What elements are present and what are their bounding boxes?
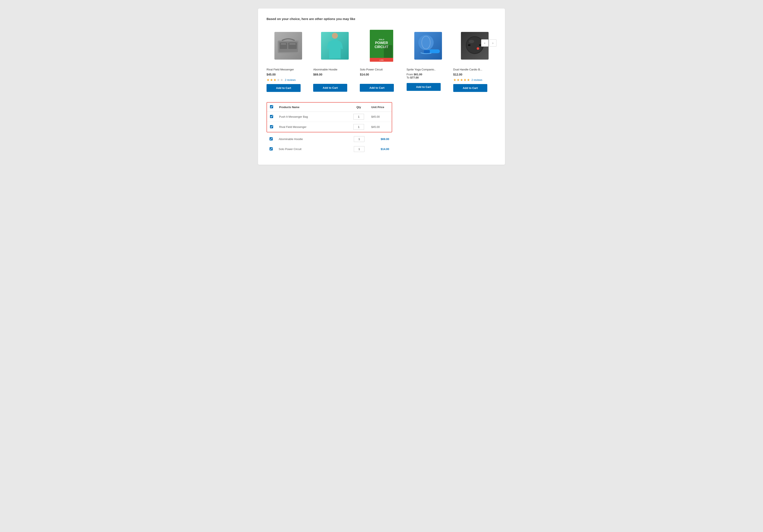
svg-point-7 bbox=[418, 35, 434, 50]
product-image-wrap: SOLOPOWERCIRCUIT LUMA bbox=[360, 27, 403, 65]
header-check bbox=[267, 103, 276, 112]
highlighted-table-wrapper: Products Name Qty Unit Price Push It Mes… bbox=[267, 102, 392, 133]
svg-rect-13 bbox=[468, 44, 471, 46]
row-check-hoodie bbox=[267, 134, 276, 144]
table-row-solo-power-circuit: Solo Power Circuit $14.00 bbox=[267, 144, 392, 154]
star-2: ★ bbox=[457, 78, 460, 82]
product-image-rival-field-messenger bbox=[274, 32, 302, 59]
add-to-cart-dual-handle-cardio[interactable]: Add to Cart bbox=[453, 84, 487, 92]
table-row-abominable-hoodie: Abominable Hoodie $69.00 bbox=[267, 134, 392, 144]
star-1: ★ bbox=[453, 78, 456, 82]
checkbox-push-it[interactable] bbox=[270, 115, 273, 118]
product-image-abominable-hoodie bbox=[321, 32, 349, 59]
add-to-cart-abominable-hoodie[interactable]: Add to Cart bbox=[313, 84, 347, 92]
product-name-solo-power-circuit: Solo Power Circuit bbox=[360, 68, 403, 71]
carousel-prev-button[interactable]: ‹ bbox=[481, 40, 489, 46]
products-table: Products Name Qty Unit Price Push It Mes… bbox=[267, 103, 392, 132]
table-row-rival-field-messenger: Rival Field Messenger $45.00 bbox=[267, 122, 392, 132]
product-image-wrap bbox=[267, 27, 310, 65]
svg-rect-5 bbox=[289, 44, 296, 44]
qty-input-push-it[interactable] bbox=[353, 114, 364, 120]
star-2: ★ bbox=[270, 78, 273, 82]
svg-rect-2 bbox=[280, 43, 287, 49]
row-qty-hoodie bbox=[350, 134, 369, 144]
qty-input-solo[interactable] bbox=[354, 146, 365, 152]
product-rating-rival-field-messenger: ★ ★ ★ ★ ★ 2 reviews bbox=[267, 78, 310, 82]
row-name-push-it: Push It Messenger Bag bbox=[276, 112, 349, 122]
row-check-rival-field bbox=[267, 122, 276, 132]
svg-rect-4 bbox=[281, 44, 286, 44]
add-to-cart-sprite-yoga[interactable]: Add to Cart bbox=[407, 83, 441, 91]
reviews-link-dual-handle-cardio[interactable]: 2 reviews bbox=[472, 78, 483, 81]
checkbox-abominable-hoodie[interactable] bbox=[270, 137, 273, 140]
star-3: ★ bbox=[273, 78, 276, 82]
qty-input-hoodie[interactable] bbox=[354, 136, 365, 142]
header-product-name: Products Name bbox=[276, 103, 349, 112]
star-1: ★ bbox=[267, 78, 270, 82]
product-image-wrap bbox=[407, 27, 450, 65]
svg-rect-3 bbox=[288, 43, 297, 49]
add-to-cart-solo-power-circuit[interactable]: Add to Cart bbox=[360, 84, 394, 92]
select-all-checkbox[interactable] bbox=[270, 105, 273, 108]
table-header-row: Products Name Qty Unit Price bbox=[267, 103, 392, 112]
star-4: ★ bbox=[277, 78, 280, 82]
product-price-dual-handle-cardio: $12.00 bbox=[453, 73, 496, 76]
row-name-hoodie: Abominable Hoodie bbox=[276, 134, 350, 144]
main-card: Based on your choice, here are other opt… bbox=[258, 9, 505, 165]
product-name-dual-handle-cardio: Dual Handle Cardio B... bbox=[453, 68, 496, 71]
product-name-abominable-hoodie: Abominable Hoodie bbox=[313, 68, 356, 71]
product-image-solo-power-circuit: SOLOPOWERCIRCUIT LUMA bbox=[370, 30, 393, 62]
row-qty-rival-field bbox=[349, 122, 368, 132]
row-price-hoodie: $69.00 bbox=[369, 134, 392, 144]
header-qty: Qty bbox=[349, 103, 368, 112]
checkbox-rival-field[interactable] bbox=[270, 125, 273, 128]
product-name-sprite-yoga: Sprite Yoga Companio.. bbox=[407, 68, 450, 71]
add-to-cart-rival-field-messenger[interactable]: Add to Cart bbox=[267, 84, 301, 92]
qty-input-rival-field[interactable] bbox=[353, 124, 364, 130]
products-table-section: Products Name Qty Unit Price Push It Mes… bbox=[267, 102, 496, 154]
row-price-rival-field: $45.00 bbox=[368, 122, 392, 132]
product-item-abominable-hoodie: Abominable Hoodie $69.00 Add to Cart bbox=[313, 27, 360, 92]
row-name-solo: Solo Power Circuit bbox=[276, 144, 350, 154]
products-row: ‹ › Rival Field bbox=[267, 27, 496, 92]
row-check-push-it bbox=[267, 112, 276, 122]
product-price-rival-field-messenger: $45.00 bbox=[267, 73, 310, 76]
product-price-solo-power-circuit: $14.00 bbox=[360, 73, 403, 76]
product-price-range-sprite-yoga: From $61.00To $77.00 bbox=[407, 73, 450, 79]
product-item-rival-field-messenger: Rival Field Messenger $45.00 ★ ★ ★ ★ ★ 2… bbox=[267, 27, 313, 92]
product-rating-dual-handle-cardio: ★ ★ ★ ★ ★ 2 reviews bbox=[453, 78, 496, 82]
product-item-solo-power-circuit: SOLOPOWERCIRCUIT LUMA Solo Power Circuit… bbox=[360, 27, 406, 92]
row-price-solo: $14.00 bbox=[369, 144, 392, 154]
carousel-nav: ‹ › bbox=[481, 40, 496, 46]
section-title: Based on your choice, here are other opt… bbox=[267, 17, 496, 21]
product-image-sprite-yoga bbox=[414, 32, 442, 59]
star-5: ★ bbox=[467, 78, 470, 82]
product-name-rival-field-messenger: Rival Field Messenger bbox=[267, 68, 310, 71]
row-qty-push-it bbox=[349, 112, 368, 122]
product-price-abominable-hoodie: $69.00 bbox=[313, 73, 356, 76]
row-name-rival-field: Rival Field Messenger bbox=[276, 122, 349, 132]
header-unit-price: Unit Price bbox=[368, 103, 392, 112]
checkbox-solo-power-circuit[interactable] bbox=[270, 147, 273, 150]
product-item-sprite-yoga: Sprite Yoga Companio.. From $61.00To $77… bbox=[407, 27, 453, 92]
table-row-push-it-messenger: Push It Messenger Bag $45.00 bbox=[267, 112, 392, 122]
outside-rows-table: Abominable Hoodie $69.00 Solo Power Circ… bbox=[267, 134, 392, 154]
outside-table: Abominable Hoodie $69.00 Solo Power Circ… bbox=[267, 134, 496, 154]
row-check-solo bbox=[267, 144, 276, 154]
product-item-dual-handle-cardio: Dual Handle Cardio B... $12.00 ★ ★ ★ ★ ★… bbox=[453, 27, 496, 92]
svg-point-16 bbox=[469, 40, 474, 43]
star-3: ★ bbox=[460, 78, 463, 82]
row-price-push-it: $45.00 bbox=[368, 112, 392, 122]
reviews-link-rival-field-messenger[interactable]: 2 reviews bbox=[285, 78, 296, 81]
product-image-wrap bbox=[313, 27, 356, 65]
svg-point-15 bbox=[477, 47, 479, 50]
star-5: ★ bbox=[280, 78, 283, 82]
svg-point-6 bbox=[332, 33, 338, 39]
star-4: ★ bbox=[464, 78, 467, 82]
carousel-next-button[interactable]: › bbox=[489, 40, 496, 46]
row-qty-solo bbox=[350, 144, 369, 154]
